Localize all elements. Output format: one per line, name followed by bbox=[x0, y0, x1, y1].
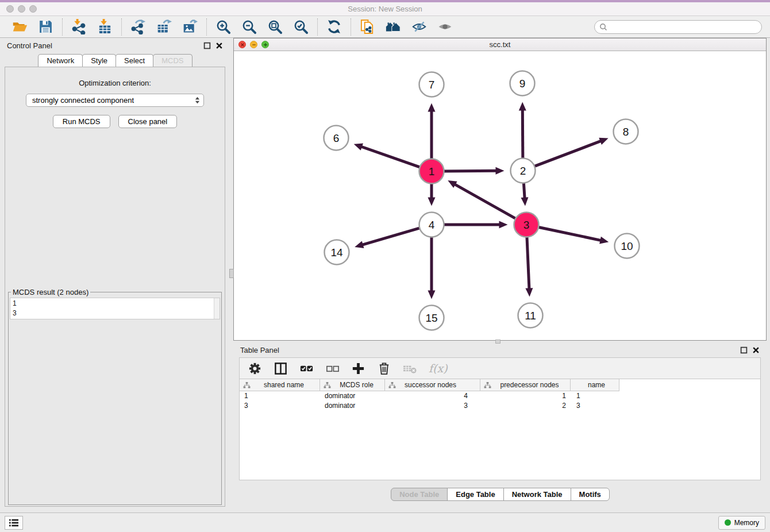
deselect-all-icon[interactable] bbox=[325, 361, 340, 376]
graph-node-label-11: 11 bbox=[525, 310, 536, 322]
network-window-title: scc.txt bbox=[234, 40, 766, 49]
table-cell: 3 bbox=[385, 401, 480, 411]
graph-edge-3-11[interactable] bbox=[527, 236, 529, 289]
column-header-successor-nodes[interactable]: successor nodes bbox=[385, 379, 480, 391]
column-header-shared-name[interactable]: shared name bbox=[240, 379, 320, 391]
add-column-icon[interactable] bbox=[351, 361, 365, 376]
network-canvas[interactable]: 1234678910111415 bbox=[234, 51, 766, 340]
graph-edge-2-9[interactable] bbox=[522, 109, 523, 159]
tab-edge-table[interactable]: Edge Table bbox=[447, 488, 503, 501]
function-builder-icon[interactable]: f(x) bbox=[429, 362, 448, 375]
table-tabs: Node TableEdge TableNetwork TableMotifs bbox=[233, 488, 767, 501]
float-panel-icon[interactable] bbox=[203, 42, 211, 49]
memory-label: Memory bbox=[734, 519, 759, 527]
control-panel: Control Panel NetworkStyleSelectMCDS Opt… bbox=[0, 38, 230, 512]
dropdown-stepper-icon bbox=[195, 96, 200, 105]
graph-edge-arrow-4-14 bbox=[355, 241, 364, 248]
import-table-icon[interactable] bbox=[97, 19, 113, 34]
zoom-selected-icon[interactable] bbox=[293, 19, 309, 34]
tab-motifs[interactable]: Motifs bbox=[571, 488, 610, 501]
export-network-icon[interactable] bbox=[130, 19, 146, 34]
home-icon[interactable] bbox=[386, 19, 401, 34]
tab-network-table[interactable]: Network Table bbox=[503, 488, 571, 501]
column-header-predecessor-nodes[interactable]: predecessor nodes bbox=[480, 379, 571, 391]
copy-network-icon[interactable] bbox=[360, 19, 375, 34]
graph-edge-arrow-2-8 bbox=[599, 138, 608, 145]
graph-node-label-14: 14 bbox=[330, 246, 343, 259]
graph-node-label-4: 4 bbox=[429, 219, 435, 231]
network-maximize-button[interactable] bbox=[261, 41, 269, 48]
graph-edge-2-8[interactable] bbox=[533, 141, 601, 167]
table-header-row: shared nameMCDS rolesuccessor nodesprede… bbox=[240, 379, 760, 391]
horizontal-splitter[interactable] bbox=[233, 341, 767, 342]
mcds-result-text: 1 3 bbox=[10, 298, 220, 319]
zoom-in-icon[interactable] bbox=[215, 19, 231, 34]
zoom-fit-icon[interactable] bbox=[267, 19, 283, 34]
search-input[interactable] bbox=[610, 23, 757, 31]
tab-network[interactable]: Network bbox=[38, 54, 83, 67]
column-header-name[interactable]: name bbox=[571, 379, 619, 391]
table-cell: 1 bbox=[240, 391, 320, 401]
dropdown-selected-value: strongly connected component bbox=[32, 96, 195, 105]
graph-edge-3-1[interactable] bbox=[455, 184, 517, 219]
graph-edge-arrow-1-2 bbox=[495, 167, 504, 175]
close-panel-button[interactable]: Close panel bbox=[118, 115, 178, 128]
splitter-handle[interactable] bbox=[229, 269, 234, 278]
close-panel-icon[interactable] bbox=[215, 42, 223, 49]
table-cell: 1 bbox=[480, 391, 571, 401]
graph-node-label-10: 10 bbox=[621, 240, 633, 252]
graph-edge-arrow-1-6 bbox=[354, 144, 363, 151]
network-close-button[interactable] bbox=[238, 41, 246, 48]
run-mcds-button[interactable]: Run MCDS bbox=[53, 115, 110, 128]
eye-visible-icon[interactable] bbox=[437, 19, 453, 34]
save-icon[interactable] bbox=[38, 19, 53, 34]
mcds-result-area[interactable]: 1 3 bbox=[10, 298, 220, 319]
search-box bbox=[594, 20, 762, 34]
eye-hidden-icon[interactable] bbox=[411, 19, 427, 34]
graph-edge-3-10[interactable] bbox=[537, 227, 601, 241]
memory-button[interactable]: Memory bbox=[718, 516, 765, 530]
show-columns-icon[interactable] bbox=[274, 361, 288, 376]
graph-node-label-7: 7 bbox=[429, 79, 435, 91]
column-header-mcds-role[interactable]: MCDS role bbox=[320, 379, 385, 391]
open-folder-icon[interactable] bbox=[12, 19, 28, 34]
optimization-dropdown[interactable]: strongly connected component bbox=[26, 94, 204, 107]
table-cell: 1 bbox=[571, 391, 619, 401]
network-minimize-button[interactable] bbox=[250, 41, 257, 48]
column-type-icon bbox=[324, 382, 331, 388]
select-all-icon[interactable] bbox=[299, 361, 314, 376]
settings-gear-icon[interactable] bbox=[248, 361, 262, 376]
table-row[interactable]: 3dominator323 bbox=[240, 401, 760, 411]
graph-node-label-15: 15 bbox=[425, 312, 437, 324]
close-table-panel-icon[interactable] bbox=[752, 346, 760, 354]
result-scrollbar[interactable] bbox=[214, 298, 220, 319]
table-panel: Table Panel bbox=[233, 342, 767, 512]
show-panels-button[interactable] bbox=[5, 516, 23, 530]
splitter-handle-2[interactable] bbox=[495, 340, 500, 344]
graph-edge-2-3[interactable] bbox=[523, 182, 525, 198]
delete-column-icon[interactable] bbox=[377, 361, 391, 376]
table-cell: 3 bbox=[571, 401, 619, 411]
table-toolbar: f(x) bbox=[239, 357, 761, 379]
import-network-icon[interactable] bbox=[71, 19, 87, 34]
float-table-panel-icon[interactable] bbox=[740, 346, 748, 354]
tab-mcds[interactable]: MCDS bbox=[153, 54, 192, 67]
delete-table-icon[interactable] bbox=[403, 361, 417, 376]
mcds-result-box: MCDS result (2 nodes) 1 3 bbox=[8, 288, 222, 505]
tab-node-table[interactable]: Node Table bbox=[391, 488, 448, 501]
graph-edge-1-6[interactable] bbox=[361, 147, 421, 168]
export-image-icon[interactable] bbox=[182, 19, 198, 34]
zoom-out-icon[interactable] bbox=[241, 19, 257, 34]
app-window: Session: New Session bbox=[0, 0, 770, 532]
graph-edge-1-2[interactable] bbox=[442, 171, 496, 171]
tab-style[interactable]: Style bbox=[82, 54, 116, 67]
vertical-splitter[interactable] bbox=[230, 38, 233, 512]
column-type-icon bbox=[243, 382, 251, 388]
tab-select[interactable]: Select bbox=[116, 54, 153, 67]
list-icon bbox=[8, 518, 20, 527]
refresh-icon[interactable] bbox=[326, 19, 342, 34]
table-row[interactable]: 1dominator411 bbox=[240, 391, 760, 401]
main-toolbar bbox=[0, 16, 770, 38]
graph-edge-4-14[interactable] bbox=[362, 228, 421, 245]
export-table-icon[interactable] bbox=[156, 19, 172, 34]
